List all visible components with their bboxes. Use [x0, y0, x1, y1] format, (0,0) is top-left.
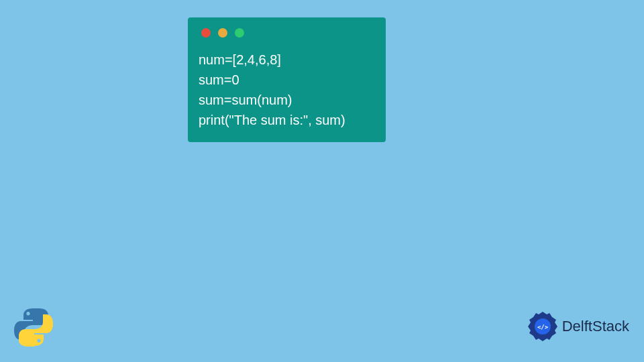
code-line: sum=sum(num) — [199, 90, 375, 110]
svg-text:</>: </> — [537, 324, 549, 330]
delftstack-text: DelftStack — [562, 318, 629, 335]
code-window: num=[2,4,6,8] sum=0 sum=sum(num) print("… — [188, 17, 386, 142]
code-line: print("The sum is:", sum) — [199, 110, 375, 130]
minimize-icon[interactable] — [218, 28, 227, 38]
delftstack-logo: </> DelftStack — [526, 310, 629, 343]
maximize-icon[interactable] — [235, 28, 244, 38]
code-line: num=[2,4,6,8] — [199, 50, 375, 70]
code-content: num=[2,4,6,8] sum=0 sum=sum(num) print("… — [188, 46, 386, 130]
python-logo-icon — [12, 306, 55, 349]
close-icon[interactable] — [201, 28, 211, 38]
code-line: sum=0 — [199, 70, 375, 90]
window-titlebar — [188, 17, 386, 46]
delftstack-icon: </> — [526, 310, 559, 343]
